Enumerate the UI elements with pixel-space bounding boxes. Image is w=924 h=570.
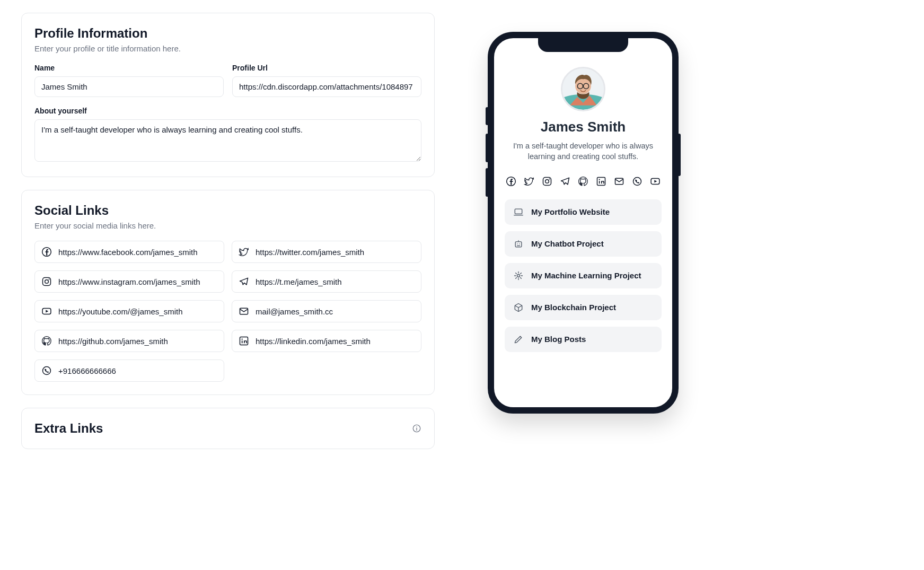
- name-input[interactable]: [34, 76, 224, 97]
- preview-link-blockchain[interactable]: My Blockchain Project: [505, 295, 662, 320]
- phone-side-button: [486, 168, 489, 197]
- about-label: About yourself: [34, 107, 421, 115]
- avatar: [561, 67, 605, 111]
- social-instagram-field: [34, 270, 224, 293]
- social-github-field: [34, 330, 224, 352]
- preview-social-row: [505, 176, 662, 187]
- social-twitter-input[interactable]: [256, 248, 415, 257]
- about-textarea[interactable]: [34, 119, 421, 162]
- name-label: Name: [34, 64, 224, 72]
- twitter-icon[interactable]: [524, 176, 534, 187]
- instagram-icon[interactable]: [542, 176, 552, 187]
- profile-url-label: Profile Url: [232, 64, 421, 72]
- laptop-icon: [513, 207, 524, 217]
- instagram-icon: [41, 276, 52, 287]
- social-linkedin-input[interactable]: [256, 337, 415, 346]
- extra-links-card: Extra Links: [21, 408, 435, 449]
- linkedin-icon: [239, 336, 249, 346]
- social-whatsapp-field: [34, 359, 224, 382]
- social-telegram-field: [232, 270, 421, 293]
- info-icon[interactable]: [412, 424, 421, 433]
- social-facebook-input[interactable]: [58, 248, 217, 257]
- social-links-subtitle: Enter your social media links here.: [34, 221, 421, 230]
- link-label: My Portfolio Website: [531, 207, 610, 216]
- social-github-input[interactable]: [58, 337, 217, 346]
- mail-icon[interactable]: [614, 176, 624, 187]
- telegram-icon: [239, 276, 249, 287]
- pencil-icon: [513, 334, 524, 345]
- phone-side-button: [677, 134, 681, 176]
- social-linkedin-field: [232, 330, 421, 352]
- profile-url-input[interactable]: [232, 76, 421, 97]
- link-label: My Machine Learning Project: [531, 271, 641, 280]
- preview-link-blog[interactable]: My Blog Posts: [505, 327, 662, 352]
- preview-link-chatbot[interactable]: My Chatbot Project: [505, 231, 662, 257]
- social-youtube-field: [34, 300, 224, 322]
- phone-side-button: [486, 134, 489, 162]
- whatsapp-icon[interactable]: [632, 176, 643, 187]
- social-telegram-input[interactable]: [256, 277, 415, 286]
- preview-link-portfolio[interactable]: My Portfolio Website: [505, 199, 662, 225]
- facebook-icon: [41, 247, 52, 257]
- social-mail-field: [232, 300, 421, 322]
- cube-icon: [513, 302, 524, 313]
- phone-preview: James Smith I'm a self-taught developer …: [488, 32, 679, 414]
- bot-icon: [513, 239, 524, 249]
- whatsapp-icon: [41, 365, 52, 376]
- profile-info-subtitle: Enter your profile or title information …: [34, 44, 421, 53]
- social-links-title: Social Links: [34, 203, 421, 218]
- social-instagram-input[interactable]: [58, 277, 217, 286]
- preview-link-ml[interactable]: My Machine Learning Project: [505, 263, 662, 288]
- extra-links-title: Extra Links: [34, 421, 103, 436]
- profile-info-card: Profile Information Enter your profile o…: [21, 13, 435, 177]
- social-facebook-field: [34, 241, 224, 263]
- youtube-icon[interactable]: [650, 176, 661, 187]
- twitter-icon: [239, 247, 249, 257]
- brain-icon: [513, 270, 524, 281]
- social-twitter-field: [232, 241, 421, 263]
- link-label: My Blockchain Project: [531, 303, 616, 312]
- preview-about: I'm a self-taught developer who is alway…: [505, 141, 662, 162]
- linkedin-icon[interactable]: [596, 176, 606, 187]
- profile-info-title: Profile Information: [34, 26, 421, 41]
- link-label: My Blog Posts: [531, 335, 586, 344]
- phone-side-button: [486, 107, 489, 125]
- youtube-icon: [41, 306, 52, 317]
- social-links-card: Social Links Enter your social media lin…: [21, 190, 435, 395]
- social-whatsapp-input[interactable]: [58, 366, 217, 375]
- mail-icon: [239, 306, 249, 317]
- facebook-icon[interactable]: [506, 176, 516, 187]
- social-mail-input[interactable]: [256, 307, 415, 316]
- telegram-icon[interactable]: [560, 176, 570, 187]
- link-label: My Chatbot Project: [531, 239, 604, 248]
- github-icon[interactable]: [578, 176, 588, 187]
- social-youtube-input[interactable]: [58, 307, 217, 316]
- preview-name: James Smith: [505, 119, 662, 135]
- github-icon: [41, 336, 52, 346]
